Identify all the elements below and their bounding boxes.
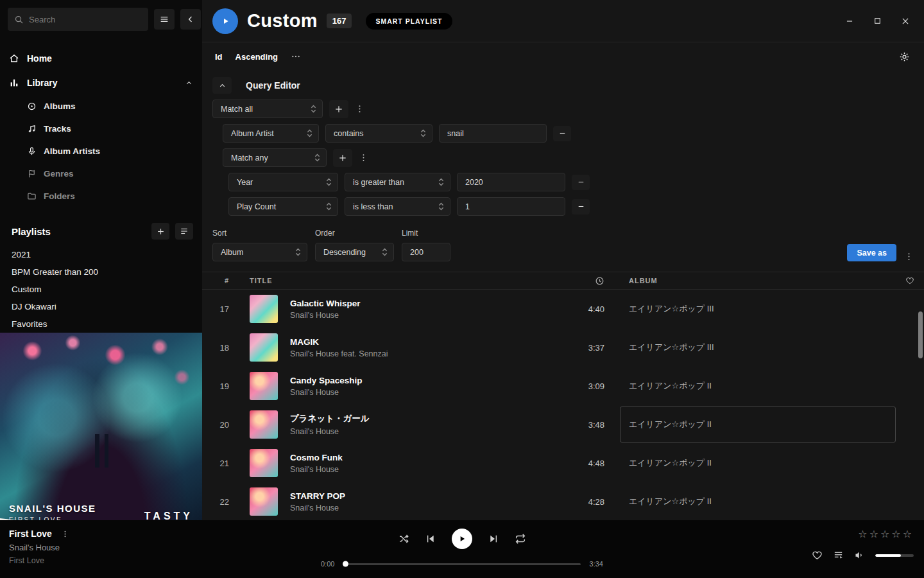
folder-icon [27,191,37,201]
track-album-cell[interactable]: エイリアン☆ポップ II [620,445,896,481]
root-match-select[interactable]: Match all [212,100,323,118]
more-options-button[interactable] [291,51,301,62]
seek-knob[interactable] [343,561,348,567]
select-chevrons-icon [326,177,332,187]
playlist-item[interactable]: DJ Okawari [0,298,202,315]
collapse-query-editor-button[interactable] [212,77,232,94]
rule-value-input[interactable] [457,173,565,191]
rule-operator-select[interactable]: contains [325,124,432,143]
column-favorite[interactable] [896,276,924,285]
sort-select[interactable]: Album [212,243,307,261]
add-rule-button[interactable] [329,100,348,118]
track-row[interactable]: 22 STARRY POP Snail's House 4:28 エイリアン☆ポ… [202,482,924,520]
order-select[interactable]: Descending [315,243,394,261]
next-button[interactable] [488,534,499,544]
root-group-menu-button[interactable] [355,104,364,114]
rule-value-input[interactable] [457,197,565,216]
sidebar-item-tracks[interactable]: Tracks [0,118,202,140]
track-artist: Snail's House [290,504,345,512]
playlist-item[interactable]: Custom [0,281,202,298]
playlist-list-button[interactable] [175,223,193,240]
track-thumbnail [250,487,278,516]
search-box[interactable] [8,8,148,31]
playlist-item[interactable]: 2021 [0,246,202,263]
column-duration[interactable] [569,276,620,286]
sidebar-item-folders[interactable]: Folders [0,185,202,207]
track-row[interactable]: 19 Candy Spaceship Snail's House 3:09 エイ… [202,367,924,405]
playlist-item[interactable]: Favorites [0,315,202,333]
star-icon[interactable]: ☆ [869,528,880,540]
rule-value-input[interactable] [439,124,547,143]
group-menu-button[interactable] [359,153,368,162]
remove-rule-button[interactable] [572,199,590,215]
star-icon[interactable]: ☆ [858,528,869,540]
rule-field-select[interactable]: Year [228,173,338,191]
play-pause-button[interactable] [452,529,472,549]
volume-button[interactable] [854,550,865,561]
rule-field-select[interactable]: Play Count [228,197,338,216]
track-album-cell[interactable]: エイリアン☆ポップ II [620,484,896,520]
favorite-button[interactable] [812,550,823,561]
star-icon[interactable]: ☆ [903,528,914,540]
column-album[interactable]: ALBUM [620,277,896,285]
column-index[interactable]: # [202,277,238,285]
add-group-rule-button[interactable] [333,149,352,167]
remove-rule-button[interactable] [553,126,571,141]
sidebar-item-albums[interactable]: Albums [0,95,202,118]
track-row[interactable]: 17 Galactic Whisper Snail's House 4:40 エ… [202,290,924,328]
chevron-up-icon[interactable] [185,79,193,87]
sidebar-item-home[interactable]: Home [0,46,202,71]
menu-button[interactable] [154,9,175,30]
add-playlist-button[interactable] [151,223,169,240]
select-chevrons-icon [438,177,444,187]
sort-field-button[interactable]: Id [215,52,223,62]
track-artist: Snail's House [290,427,370,436]
query-menu-button[interactable] [904,252,914,261]
rule-operator-select[interactable]: is less than [345,197,450,216]
maximize-button[interactable] [873,17,882,25]
track-row[interactable]: 20 プラネット・ガール Snail's House 3:48 エイリアン☆ポッ… [202,405,924,444]
track-title: MAGIK [290,337,388,347]
column-title[interactable]: TITLE [238,277,569,285]
sidebar-item-genres[interactable]: Genres [0,162,202,185]
shuffle-icon [398,533,409,545]
track-album-cell[interactable]: エイリアン☆ポップ II [620,407,896,442]
sidebar-item-album-artists[interactable]: Album Artists [0,140,202,162]
track-row[interactable]: 18 MAGIK Snail's House feat. Sennzai 3:3… [202,328,924,367]
track-title: Cosmo Funk [290,453,343,462]
scrollbar-thumb[interactable] [918,311,923,358]
settings-button[interactable] [899,51,910,62]
rule-field-select[interactable]: Album Artist [223,124,319,143]
save-as-button[interactable]: Save as [847,244,896,261]
star-icon[interactable]: ☆ [880,528,891,540]
close-button[interactable] [901,17,910,26]
track-album-cell[interactable]: エイリアン☆ポップ III [620,329,896,365]
minimize-button[interactable] [845,17,854,26]
track-album-cell[interactable]: エイリアン☆ポップ III [620,291,896,327]
playlist-item[interactable]: BPM Greater than 200 [0,263,202,281]
volume-slider[interactable] [875,554,914,557]
queue-button[interactable] [833,550,844,561]
rating-stars[interactable]: ☆☆☆☆☆ [858,528,914,540]
search-input[interactable] [29,15,142,24]
now-playing-menu-button[interactable] [61,530,69,538]
nav-back-button[interactable] [180,9,201,30]
remove-rule-button[interactable] [572,175,590,190]
sort-direction-button[interactable]: Ascending [235,52,278,62]
track-album-cell[interactable]: エイリアン☆ポップ II [620,368,896,404]
chevron-left-icon [186,15,195,24]
seek-bar[interactable] [343,563,580,565]
group-match-select[interactable]: Match any [223,148,327,167]
now-playing-info: First Love Snail's House First Love [9,529,69,565]
rule-operator-select[interactable]: is greater than [345,173,450,191]
star-icon[interactable]: ☆ [891,528,902,540]
previous-button[interactable] [425,534,436,544]
track-row[interactable]: 21 Cosmo Funk Snail's House 4:48 エイリアン☆ポ… [202,444,924,482]
sidebar-item-library[interactable]: Library [0,71,202,95]
play-playlist-button[interactable] [212,8,238,34]
limit-input[interactable] [402,243,450,261]
shuffle-button[interactable] [398,533,409,545]
repeat-button[interactable] [515,533,526,545]
order-label: Order [315,229,394,238]
plus-icon [338,153,347,162]
